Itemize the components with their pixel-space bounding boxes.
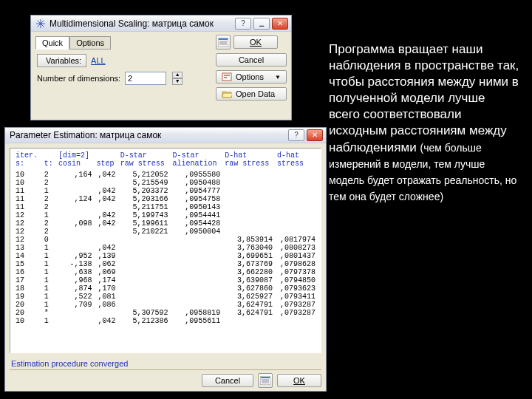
table-row: 141,952,1393,699651,0801437 [13, 252, 318, 260]
table-row: 171,968,1743,639087,0794850 [13, 276, 318, 284]
variables-button[interactable]: Variables: [37, 54, 86, 67]
table-row: 122,098,0425,199611,0954428 [13, 219, 318, 228]
svg-rect-6 [219, 38, 228, 40]
close-button[interactable]: ✕ [272, 18, 288, 30]
param-title: Parameter Estimation: матрица самок [10, 130, 161, 140]
app-icon [35, 18, 46, 29]
table-row: 1125,211751,0950143 [13, 203, 318, 211]
table-row: 1203,853914,0817974 [13, 236, 318, 244]
step-up-icon[interactable]: ▲ [172, 72, 183, 78]
slide-text-main: Программа вращает наши наблюдения в прос… [329, 42, 519, 154]
param-ok-button[interactable]: OK [277, 374, 321, 387]
minimize-button[interactable]: ▁ [253, 18, 270, 30]
options-button[interactable]: Options ▼ [216, 70, 287, 83]
folder-open-icon [222, 89, 232, 98]
summary-icon-button[interactable] [216, 35, 231, 50]
param-help-button[interactable]: ? [288, 129, 304, 141]
table-row: 20*5,307592,09588193,624791,0793287 [13, 309, 318, 317]
mds-dialog: Multidimensional Scaling: матрица самок … [30, 15, 292, 120]
svg-rect-11 [261, 377, 270, 378]
numdim-input[interactable]: 2 [125, 72, 166, 85]
table-row: 121,0425,199743,0954441 [13, 211, 318, 219]
table-row: 181,874,1703,627860,0793623 [13, 284, 318, 293]
help-button[interactable]: ? [235, 18, 251, 30]
output-pane: iter. [dim=2] D-star D-star D-hat d-hat … [10, 148, 321, 353]
table-row: 112,124,0425,203166,0954758 [13, 195, 318, 203]
output-table: iter. [dim=2] D-star D-star D-hat d-hat … [13, 151, 318, 325]
status-text: Estimation procedure converged [5, 358, 326, 369]
mds-title: Multidimensional Scaling: матрица самок [50, 18, 214, 29]
step-down-icon[interactable]: ▼ [172, 78, 183, 85]
slide-caption: Программа вращает наши наблюдения в прос… [329, 41, 519, 205]
table-row: 151-,138,0623,673769,0798628 [13, 260, 318, 268]
numdim-stepper[interactable]: ▲ ▼ [172, 72, 183, 85]
table-row: 1025,215549,0950488 [13, 179, 318, 187]
variables-value: ALL [91, 56, 106, 65]
param-cancel-button[interactable]: Cancel [202, 374, 253, 387]
ok-button[interactable]: OK [233, 35, 278, 49]
table-row: 131,0423,763040,0808273 [13, 244, 318, 252]
divider [10, 369, 321, 370]
table-row: 101,0425,212386,0955611 [13, 317, 318, 325]
tab-quick[interactable]: Quick [35, 36, 69, 50]
svg-rect-8 [224, 75, 230, 76]
table-row: 201,709,0863,624791,0793287 [13, 301, 318, 309]
table-row: 191,522,0813,625927,0793411 [13, 293, 318, 301]
mds-titlebar[interactable]: Multidimensional Scaling: матрица самок … [31, 16, 291, 32]
variables-label: Variables: [46, 56, 81, 65]
tab-options[interactable]: Options [69, 36, 111, 50]
numdim-label: Number of dimensions: [37, 74, 120, 83]
chevron-down-icon: ▼ [275, 74, 281, 81]
table-row: 161,638,0693,662280,0797378 [13, 268, 318, 276]
param-estimation-dialog: Parameter Estimation: матрица самок ? ✕ … [4, 127, 327, 392]
param-titlebar[interactable]: Parameter Estimation: матрица самок ? ✕ [5, 128, 326, 143]
table-row: 1225,210221,0950004 [13, 228, 318, 236]
svg-rect-9 [224, 77, 227, 78]
table-row: 111,0425,203372,0954777 [13, 187, 318, 195]
param-summary-icon-button[interactable] [258, 373, 273, 388]
open-data-button[interactable]: Open Data [216, 87, 287, 100]
table-row: 102,164,0425,212052,0955580 [13, 171, 318, 179]
param-close-button[interactable]: ✕ [307, 129, 323, 141]
cancel-button[interactable]: Cancel [216, 53, 287, 66]
options-icon [222, 72, 232, 81]
